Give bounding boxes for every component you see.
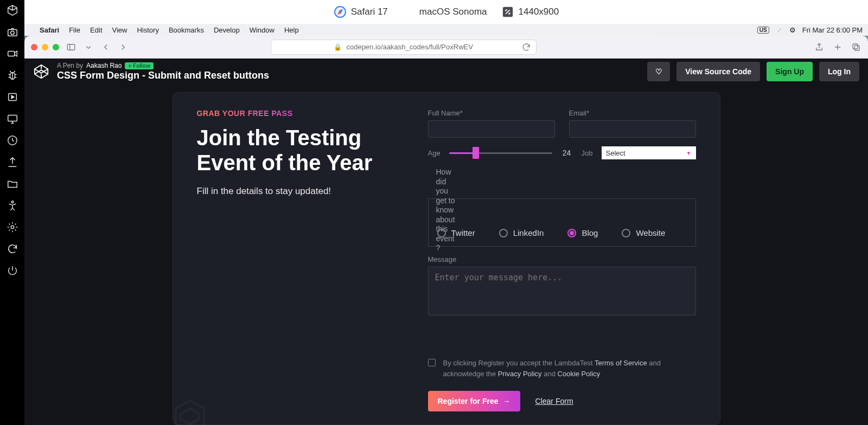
nav-forward-icon[interactable] (118, 42, 129, 53)
safari-toolbar: 🔒 codepen.io/aakash_codes/full/PoxRwEV (24, 36, 868, 59)
browser-name: Safari 17 (351, 7, 388, 17)
age-slider[interactable] (449, 152, 552, 154)
consent-checkbox[interactable] (428, 359, 436, 366)
minimize-window-icon[interactable] (42, 44, 48, 50)
menubar-item-view[interactable]: View (112, 26, 127, 34)
cube-logo-icon[interactable] (7, 4, 18, 16)
resolution-label: 1440x900 (501, 5, 559, 18)
svg-rect-2 (8, 51, 14, 56)
close-window-icon[interactable] (31, 44, 37, 50)
menubar-item-help[interactable]: Help (284, 26, 299, 34)
menubar-app[interactable]: Safari (40, 26, 59, 34)
pen-author[interactable]: Aakash Rao (86, 62, 122, 70)
accessibility-icon[interactable] (7, 199, 18, 211)
svg-point-8 (11, 226, 14, 229)
menubar-language[interactable]: US (757, 27, 769, 34)
mac-menubar: Safari File Edit View History Bookmarks … (24, 24, 868, 36)
safari-window: 🔒 codepen.io/aakash_codes/full/PoxRwEV (24, 36, 868, 425)
refresh-icon[interactable] (7, 243, 18, 255)
bug-icon[interactable] (7, 69, 18, 81)
heart-button[interactable]: ♡ (647, 62, 670, 81)
menubar-item-window[interactable]: Window (250, 26, 275, 34)
menubar-item-edit[interactable]: Edit (90, 26, 102, 34)
radio-icon (499, 229, 508, 237)
view-source-button[interactable]: View Source Code (676, 62, 760, 81)
globe-clock-icon[interactable] (7, 134, 18, 146)
codepen-logo-icon[interactable] (33, 63, 49, 80)
radio-blog-label: Blog (582, 228, 598, 237)
svg-point-1 (10, 31, 14, 34)
full-name-label: Full Name* (428, 109, 555, 117)
folder-icon[interactable] (7, 178, 18, 190)
pen-byline: A Pen by Aakash Rao + Follow (57, 62, 269, 70)
full-name-input[interactable] (428, 120, 555, 138)
arrow-right-icon: → (503, 397, 510, 405)
radio-blog[interactable]: Blog (567, 228, 598, 237)
os-name: macOS Sonoma (419, 7, 487, 17)
play-rect-icon[interactable] (7, 91, 18, 103)
upload-icon[interactable] (7, 156, 18, 168)
url-text: codepen.io/aakash_codes/full/PoxRwEV (346, 43, 473, 51)
resolution-icon (501, 5, 514, 18)
menubar-item-develop[interactable]: Develop (214, 26, 240, 34)
share-icon[interactable] (814, 42, 825, 53)
job-select[interactable]: Select (602, 146, 696, 159)
svg-rect-12 (67, 44, 75, 50)
message-label: Message (428, 255, 696, 263)
radio-linkedin[interactable]: LinkedIn (499, 228, 544, 237)
svg-rect-14 (854, 46, 859, 50)
menubar-item-history[interactable]: History (137, 26, 158, 34)
settings-gear-icon[interactable] (7, 221, 18, 233)
slider-thumb-icon[interactable] (473, 147, 479, 159)
video-icon[interactable] (7, 48, 18, 60)
register-button[interactable]: Register for Free → (428, 391, 520, 411)
monitor-icon[interactable] (7, 113, 18, 125)
camera-icon[interactable] (7, 26, 18, 38)
menubar-item-bookmarks[interactable]: Bookmarks (169, 26, 204, 34)
radio-icon (622, 229, 630, 237)
zoom-window-icon[interactable] (53, 44, 59, 50)
eyebrow-text: GRAB YOUR FREE PASS (197, 109, 409, 118)
url-bar[interactable]: 🔒 codepen.io/aakash_codes/full/PoxRwEV (271, 40, 537, 55)
browser-label: Safari 17 (334, 5, 388, 18)
left-sidebar (0, 0, 24, 425)
privacy-link[interactable]: Privacy Policy (498, 370, 542, 378)
consent-text: By clicking Register you accept the Lamb… (443, 358, 696, 379)
menubar-item-file[interactable]: File (69, 26, 80, 34)
control-center-icon[interactable]: ⚙︎ (789, 26, 796, 34)
environment-info-bar: Safari 17 macOS Sonoma 1440x900 (24, 0, 868, 24)
referral-fieldset: How did you get to know about this event… (428, 198, 696, 247)
menubar-clock: Fri Mar 22 6:00 PM (802, 26, 863, 34)
chevron-down-icon[interactable] (83, 42, 94, 53)
job-label: Job (582, 149, 593, 157)
reload-icon[interactable] (521, 42, 532, 53)
login-button[interactable]: Log In (819, 62, 859, 81)
referral-legend: How did you get to know about this event… (436, 168, 459, 253)
tos-link[interactable]: Terms of Service (595, 359, 647, 367)
sidebar-toggle-icon[interactable] (66, 42, 76, 53)
consent-and: and (542, 370, 558, 378)
svg-rect-0 (8, 29, 17, 36)
signup-button[interactable]: Sign Up (767, 62, 813, 81)
subheadline: Fill in the details to stay updated! (197, 186, 409, 197)
power-icon[interactable] (7, 265, 18, 276)
radio-website[interactable]: Website (622, 228, 665, 237)
codepen-header: A Pen by Aakash Rao + Follow CSS Form De… (24, 59, 868, 85)
wifi-off-icon[interactable]: ⟋ (776, 26, 783, 34)
safari-compass-icon (334, 5, 347, 18)
nav-back-icon[interactable] (100, 42, 111, 53)
tabs-overview-icon[interactable] (851, 42, 861, 53)
follow-button[interactable]: + Follow (125, 62, 153, 70)
svg-point-7 (11, 201, 14, 203)
clear-form-link[interactable]: Clear Form (535, 397, 573, 405)
cookie-link[interactable]: Cookie Policy (558, 370, 601, 378)
radio-website-label: Website (636, 228, 665, 237)
radio-checked-icon (567, 229, 576, 237)
headline: Join the Testing Event of the Year (197, 125, 409, 175)
pen-viewport: GRAB YOUR FREE PASS Join the Testing Eve… (24, 85, 868, 425)
email-input[interactable] (569, 120, 696, 138)
message-textarea[interactable] (428, 267, 696, 315)
email-label: Email* (569, 109, 696, 117)
new-tab-icon[interactable] (832, 42, 843, 53)
byline-prefix: A Pen by (57, 62, 83, 70)
